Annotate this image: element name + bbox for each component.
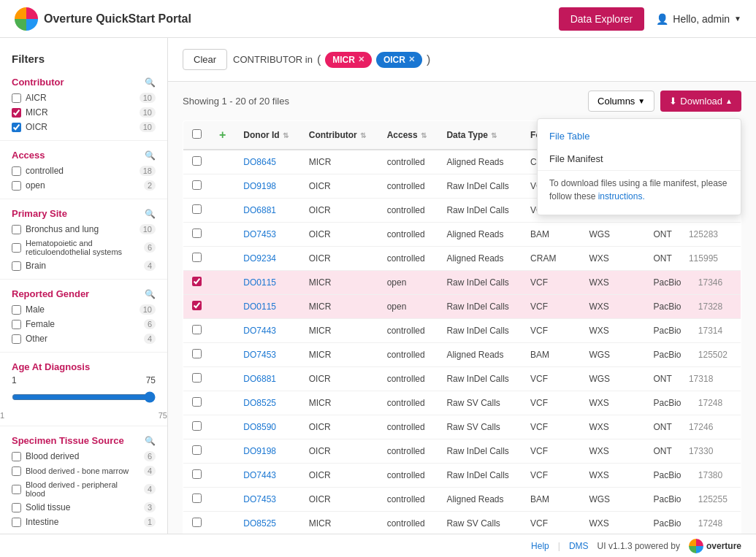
sort-data-type-icon[interactable]: ⇅ xyxy=(491,131,497,139)
blood-peripheral-checkbox[interactable] xyxy=(12,485,21,494)
other-gender-checkbox[interactable] xyxy=(12,334,21,344)
intestine-checkbox[interactable] xyxy=(12,518,21,527)
bronchus-checkbox[interactable] xyxy=(12,225,21,234)
age-range-max: 75 xyxy=(159,411,167,420)
tag-micr[interactable]: MICR ✕ xyxy=(325,52,372,68)
row-checkbox[interactable] xyxy=(192,301,202,310)
controlled-label[interactable]: controlled xyxy=(26,166,135,176)
row-checkbox[interactable] xyxy=(192,493,202,503)
app-header: Overture QuickStart Portal Data Explorer… xyxy=(0,0,756,38)
sort-donor-icon[interactable]: ⇅ xyxy=(283,131,289,139)
instructions-link[interactable]: instructions. xyxy=(598,191,645,201)
row-contributor: MICR xyxy=(300,319,378,343)
blood-peripheral-label[interactable]: Blood derived - peripheral blood xyxy=(26,480,140,498)
micr-label[interactable]: MICR xyxy=(26,107,135,118)
reported-gender-search-icon[interactable]: 🔍 xyxy=(145,289,156,299)
contributor-header[interactable]: Contributor 🔍 xyxy=(0,71,167,91)
row-checkbox[interactable] xyxy=(192,469,202,479)
add-column-icon[interactable]: + xyxy=(219,128,226,141)
row-data-type: Aligned Reads xyxy=(438,343,522,367)
brain-label[interactable]: Brain xyxy=(26,261,140,271)
hematopoietic-checkbox[interactable] xyxy=(12,243,21,253)
oicr-checkbox[interactable] xyxy=(12,123,21,132)
specimen-tissue-header[interactable]: Specimen Tissue Source 🔍 xyxy=(0,429,167,449)
female-label[interactable]: Female xyxy=(26,319,140,329)
open-label[interactable]: open xyxy=(26,180,140,191)
table-row: DO8525 MICR controlled Raw SV Calls VCF … xyxy=(183,391,741,415)
specimen-tissue-search-icon[interactable]: 🔍 xyxy=(145,436,156,446)
dropdown-item-file-table[interactable]: File Table xyxy=(538,125,741,147)
columns-button[interactable]: Columns ▼ xyxy=(588,91,654,112)
primary-site-search-icon[interactable]: 🔍 xyxy=(145,209,156,219)
row-checkbox[interactable] xyxy=(192,349,202,358)
intestine-label[interactable]: Intestine xyxy=(26,517,140,527)
bronchus-label[interactable]: Bronchus and lung xyxy=(26,224,135,234)
showing-text: Showing 1 - 20 of 20 files xyxy=(183,96,289,107)
dropdown-item-file-manifest[interactable]: File Manifest xyxy=(538,147,741,170)
download-label: Download xyxy=(680,96,722,107)
contributor-search-icon[interactable]: 🔍 xyxy=(145,77,156,88)
bronchus-count: 10 xyxy=(140,224,156,234)
blood-bone-marrow-checkbox[interactable] xyxy=(12,466,21,476)
row-checkbox[interactable] xyxy=(192,204,202,214)
row-spacer xyxy=(210,415,234,439)
row-platform: PacBio 17248 xyxy=(644,391,741,415)
download-button[interactable]: ⬇ Download ▲ xyxy=(660,91,741,112)
row-checkbox[interactable] xyxy=(192,180,202,190)
row-checkbox[interactable] xyxy=(192,277,202,286)
row-checkbox[interactable] xyxy=(192,228,202,238)
clear-button[interactable]: Clear xyxy=(183,49,227,70)
reported-gender-header[interactable]: Reported Gender 🔍 xyxy=(0,283,167,302)
open-checkbox[interactable] xyxy=(12,181,21,191)
sort-contributor-icon[interactable]: ⇅ xyxy=(360,131,366,139)
oicr-label[interactable]: OICR xyxy=(26,122,135,132)
primary-site-header[interactable]: Primary Site 🔍 xyxy=(0,202,167,222)
row-contributor: MICR xyxy=(300,150,378,174)
row-data-type: Aligned Reads xyxy=(438,223,522,247)
male-checkbox[interactable] xyxy=(12,305,21,315)
other-gender-label[interactable]: Other xyxy=(26,334,140,344)
male-label[interactable]: Male xyxy=(26,304,135,315)
tag-oicr-remove[interactable]: ✕ xyxy=(408,55,415,64)
hematopoietic-label[interactable]: Hematopoietic and reticuloendothelial sy… xyxy=(26,239,140,256)
aicr-label[interactable]: AICR xyxy=(26,93,135,103)
row-access: controlled xyxy=(378,512,438,534)
row-checkbox[interactable] xyxy=(192,156,202,166)
row-checkbox[interactable] xyxy=(192,253,202,262)
data-explorer-button[interactable]: Data Explorer xyxy=(559,7,645,31)
blood-derived-checkbox[interactable] xyxy=(12,452,21,461)
access-section: Access 🔍 controlled 18 open 2 xyxy=(0,144,167,199)
row-checkbox[interactable] xyxy=(192,518,202,527)
row-checkbox[interactable] xyxy=(192,325,202,334)
row-checkbox[interactable] xyxy=(192,373,202,383)
more-link[interactable]: ⊕ 2 More xyxy=(0,529,167,534)
blood-derived-label[interactable]: Blood derived xyxy=(26,451,140,461)
age-slider[interactable] xyxy=(12,391,156,403)
solid-tissue-checkbox[interactable] xyxy=(12,503,21,512)
row-checkbox[interactable] xyxy=(192,421,202,431)
filter-item-micr: MICR 10 xyxy=(0,105,167,120)
solid-tissue-label[interactable]: Solid tissue xyxy=(26,502,140,512)
micr-checkbox[interactable] xyxy=(12,108,21,118)
aicr-checkbox[interactable] xyxy=(12,93,21,103)
brain-checkbox[interactable] xyxy=(12,261,21,271)
age-diagnosis-header[interactable]: Age At Diagnosis xyxy=(0,356,167,375)
blood-bone-marrow-label[interactable]: Blood derived - bone marrow xyxy=(26,466,140,475)
help-link[interactable]: Help xyxy=(531,541,549,551)
female-checkbox[interactable] xyxy=(12,320,21,329)
access-search-icon[interactable]: 🔍 xyxy=(145,150,156,161)
row-checkbox[interactable] xyxy=(192,397,202,407)
dms-link[interactable]: DMS xyxy=(569,541,589,551)
controlled-checkbox[interactable] xyxy=(12,166,21,176)
sort-access-icon[interactable]: ⇅ xyxy=(421,131,427,139)
tag-oicr[interactable]: OICR ✕ xyxy=(376,52,422,68)
access-header[interactable]: Access 🔍 xyxy=(0,144,167,164)
select-all-checkbox[interactable] xyxy=(192,129,202,139)
th-contributor: Contributor⇅ xyxy=(300,121,378,150)
row-checkbox[interactable] xyxy=(192,445,202,455)
row-donor-id: DO8590 xyxy=(234,415,299,439)
row-access: controlled xyxy=(378,488,438,512)
table-row: DO7453 MICR controlled Aligned Reads BAM… xyxy=(183,343,741,367)
user-menu[interactable]: 👤 Hello, admin ▼ xyxy=(656,13,741,25)
tag-micr-remove[interactable]: ✕ xyxy=(358,55,364,64)
